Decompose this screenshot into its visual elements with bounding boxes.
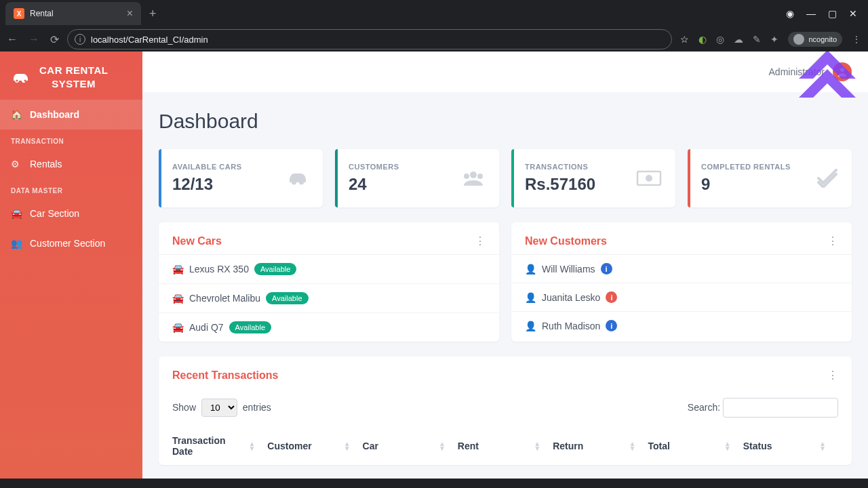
panel-menu-icon[interactable]: ⋮: [475, 235, 486, 247]
home-icon: 🏠: [11, 109, 22, 120]
nav-car-section[interactable]: 🚘 Car Section: [0, 199, 142, 228]
col-car[interactable]: Car▲▼: [363, 435, 458, 457]
panel-menu-icon[interactable]: ⋮: [827, 235, 838, 247]
person-icon: [837, 66, 848, 77]
main-content: Administrator Dashboard AVAILABLE CARS 1…: [142, 52, 868, 479]
minimize-icon[interactable]: —: [806, 8, 816, 19]
sort-icon: ▲▼: [439, 441, 446, 451]
window-controls: ◉ — ▢ ✕: [786, 8, 863, 19]
new-tab-button[interactable]: +: [149, 7, 157, 21]
bookmark-icon[interactable]: ☆: [680, 34, 689, 45]
browser-tab[interactable]: X Rental ×: [5, 2, 141, 25]
nav-customer-section[interactable]: 👥 Customer Section: [0, 228, 142, 258]
browser-menu-icon[interactable]: ⋮: [852, 34, 861, 45]
svg-point-3: [470, 171, 477, 178]
person-icon: 👤: [525, 264, 536, 274]
panel-title: Recent Transactions: [172, 369, 279, 382]
col-return[interactable]: Return▲▼: [553, 435, 648, 457]
extensions-icon[interactable]: ✦: [770, 34, 778, 45]
reload-icon[interactable]: ⟳: [50, 33, 59, 46]
topbar: Administrator: [142, 52, 868, 92]
nav-label: Car Section: [30, 208, 79, 219]
col-rent[interactable]: Rent▲▼: [458, 435, 553, 457]
svg-point-0: [16, 79, 18, 81]
tab-bar: X Rental × + ◉ — ▢ ✕: [0, 0, 868, 27]
car-icon: 🚘: [172, 322, 184, 333]
svg-point-1: [24, 79, 26, 81]
svg-point-5: [477, 174, 483, 179]
list-item[interactable]: 🚘 Lexus RX 350 Available: [159, 254, 499, 283]
sort-icon: ▲▼: [344, 441, 351, 451]
users-icon: [461, 169, 486, 187]
tab-favicon: X: [14, 8, 24, 19]
car-logo-icon: [9, 69, 33, 85]
nav-section-transaction: TRANSACTION: [0, 129, 142, 149]
info-icon[interactable]: i: [606, 320, 617, 331]
sort-icon: ▲▼: [534, 441, 540, 451]
sort-icon: ▲▼: [819, 441, 826, 451]
svg-point-7: [646, 175, 652, 182]
panel-menu-icon[interactable]: ⋮: [827, 369, 838, 382]
site-info-icon[interactable]: i: [75, 34, 85, 45]
datatable-controls: Show 10 entries Search:: [159, 388, 852, 427]
person-icon: 👤: [525, 292, 536, 303]
close-window-icon[interactable]: ✕: [849, 8, 857, 19]
url-field[interactable]: i localhost/CarRental_CI/admin: [67, 29, 672, 49]
col-customer[interactable]: Customer▲▼: [267, 435, 362, 457]
list-item[interactable]: 👤 Ruth Madison i: [511, 311, 852, 340]
stat-cards: AVAILABLE CARS 12/13 CUSTOMERS 24: [159, 149, 852, 207]
available-badge: Available: [229, 321, 271, 333]
tab-title: Rental: [30, 9, 121, 18]
forward-icon[interactable]: →: [28, 33, 39, 45]
money-icon: [636, 170, 662, 186]
nav-rentals[interactable]: ⚙ Rentals: [0, 149, 142, 179]
user-avatar[interactable]: [833, 62, 852, 81]
car-icon: [286, 169, 309, 187]
ext-icon-2[interactable]: ◎: [716, 34, 724, 45]
ext-icon-4[interactable]: ✎: [753, 34, 761, 45]
page-title: Dashboard: [159, 110, 852, 133]
url-text: localhost/CarRental_CI/admin: [91, 35, 208, 45]
col-total[interactable]: Total▲▼: [648, 435, 743, 457]
list-item[interactable]: 👤 Juanita Lesko i: [511, 283, 852, 311]
stat-customers[interactable]: CUSTOMERS 24: [335, 149, 499, 207]
brand-text: CAR RENTAL SYSTEM: [39, 64, 108, 90]
nav-dashboard[interactable]: 🏠 Dashboard: [0, 100, 142, 129]
stat-completed-rentals[interactable]: COMPLETED RENTALS 9: [688, 149, 852, 207]
list-item[interactable]: 🚘 Chevrolet Malibu Available: [159, 283, 499, 312]
back-icon[interactable]: ←: [7, 33, 18, 45]
info-icon[interactable]: i: [601, 263, 612, 274]
maximize-icon[interactable]: ▢: [828, 8, 837, 19]
nav-section-datamaster: DATA MASTER: [0, 179, 142, 199]
ext-icon-3[interactable]: ☁: [734, 34, 743, 45]
app-viewport: CAR RENTAL SYSTEM 🏠 Dashboard TRANSACTIO…: [0, 52, 868, 479]
ext-icon-1[interactable]: ◐: [698, 34, 707, 45]
list-item[interactable]: 🚘 Audi Q7 Available: [159, 312, 499, 342]
page-size-select[interactable]: 10: [201, 399, 237, 417]
sort-icon: ▲▼: [629, 441, 636, 451]
sort-icon: ▲▼: [724, 441, 731, 451]
col-status[interactable]: Status▲▼: [743, 435, 838, 457]
nav-label: Dashboard: [30, 109, 79, 120]
col-transaction-date[interactable]: Transaction Date▲▼: [172, 435, 267, 457]
available-badge: Available: [266, 292, 308, 304]
gear-icon: ⚙: [11, 159, 22, 169]
svg-point-4: [464, 174, 469, 179]
record-icon[interactable]: ◉: [786, 8, 794, 19]
browser-chrome: X Rental × + ◉ — ▢ ✕ ← → ⟳ i localhost/C…: [0, 0, 868, 52]
nav-label: Customer Section: [30, 238, 105, 249]
incognito-badge[interactable]: ncognito: [788, 32, 842, 47]
info-icon[interactable]: i: [606, 291, 617, 303]
stat-available-cars[interactable]: AVAILABLE CARS 12/13: [159, 149, 323, 207]
sort-icon: ▲▼: [248, 441, 255, 451]
panel-title: New Cars: [172, 235, 222, 247]
address-bar: ← → ⟳ i localhost/CarRental_CI/admin ☆ ◐…: [0, 27, 868, 52]
svg-point-2: [840, 68, 844, 72]
panel-title: New Customers: [525, 235, 607, 247]
users-icon: 👥: [11, 238, 22, 249]
list-item[interactable]: 👤 Will Williams i: [511, 254, 852, 283]
tab-close-icon[interactable]: ×: [127, 7, 133, 20]
search-input[interactable]: [723, 398, 838, 418]
brand: CAR RENTAL SYSTEM: [0, 54, 142, 100]
stat-transactions[interactable]: TRANSACTIONS Rs.57160: [511, 149, 675, 207]
